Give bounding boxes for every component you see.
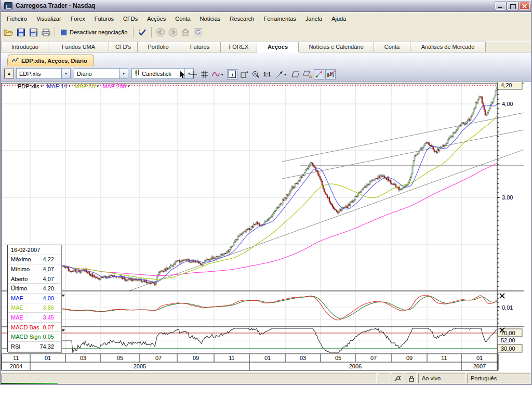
delete-all-tool-icon[interactable] [302, 69, 312, 79]
toolbar-separator [151, 27, 152, 37]
row-value: 4,22 [43, 256, 54, 262]
pointer-tool-icon[interactable] [177, 69, 187, 79]
toggle-series-tool-icon[interactable] [325, 69, 336, 79]
add-panel-tool-icon[interactable] [239, 69, 249, 79]
grid-tool-icon[interactable] [200, 69, 210, 79]
menu-item-notícias[interactable]: Notícias [195, 14, 225, 23]
one-to-one-tool[interactable]: 1:1 [261, 69, 273, 79]
main-tab-bar: IntroduçãoFundos UMACFD'sPortfolioFuturo… [0, 42, 532, 52]
validate-icon[interactable] [136, 26, 149, 38]
menu-item-visualizar[interactable]: Visualizar [32, 14, 66, 23]
language-indicator[interactable]: Português [467, 374, 530, 383]
chevron-down-icon[interactable]: ▼ [283, 73, 288, 76]
menu-item-ficheiro[interactable]: Ficheiro [2, 14, 32, 23]
data-window-row: RSI74,32 [8, 342, 61, 352]
chart-wave-icon [12, 58, 19, 64]
legend-item[interactable]: MAE 50 [75, 83, 95, 89]
close-button[interactable] [519, 2, 530, 10]
period-select-value: Diário [77, 71, 92, 77]
svg-text:2004: 2004 [10, 363, 22, 369]
minimize-button[interactable] [495, 2, 506, 10]
row-value: 74,32 [39, 343, 54, 350]
save-icon[interactable] [15, 26, 27, 38]
window-title: Carregosa Trader - Nasdaq [16, 2, 95, 9]
trading-status-icon [61, 30, 66, 35]
row-label: MAE [11, 304, 23, 311]
menu-item-acções[interactable]: Acções [142, 14, 170, 23]
svg-text:07: 07 [155, 355, 162, 361]
menu-bar: FicheiroVisualizarForexFuturosCFDsAcções… [0, 12, 532, 24]
chart-plot-area[interactable]: 1101030507091101030507091101200420052006… [0, 82, 532, 371]
row-label: Aberto [11, 276, 28, 282]
main-toolbar: ? Desactivar negociação [0, 24, 532, 41]
chart-legend: EDP:xlis▾MAE 14▾MAE 50▾MAE 200▾ [14, 83, 129, 89]
scale-tool-icon[interactable] [314, 69, 324, 79]
legend-item[interactable]: MAE 14 [47, 83, 67, 89]
tab-futuros[interactable]: Futuros [179, 42, 221, 52]
menu-item-forex[interactable]: Forex [66, 14, 90, 23]
status-bar: Ao vivo Português [0, 372, 532, 384]
trendline-tool-icon[interactable]: ▼ [274, 69, 289, 79]
tab-cfd-s[interactable]: CFD's [109, 42, 138, 52]
svg-text:05: 05 [335, 355, 341, 361]
menu-item-ajuda[interactable]: Ajuda [327, 14, 351, 23]
data-window-row: Máximo4,22 [8, 255, 61, 265]
crosshair-tool-icon[interactable] [188, 69, 198, 79]
save-as-icon[interactable]: ? [27, 26, 39, 38]
row-value: 4,07 [43, 266, 54, 272]
restore-button[interactable] [507, 2, 518, 10]
svg-text:4,00: 4,00 [502, 101, 513, 107]
indicators-tool-icon[interactable]: ▼ [211, 69, 225, 79]
tab-introdu-o[interactable]: Introdução [2, 42, 48, 52]
tab-ac-es[interactable]: Acções [257, 42, 299, 52]
data-window-row: MACD Bas0,07 [8, 323, 61, 332]
title-bar: Carregosa Trader - Nasdaq [0, 0, 532, 12]
print-icon[interactable] [39, 26, 52, 38]
collapse-toolbar-button[interactable]: ▲ [4, 69, 14, 78]
svg-text:2007: 2007 [473, 363, 486, 369]
symbol-select[interactable]: EDP:xlis ▼ [16, 68, 71, 79]
legend-item[interactable]: EDP:xlis [18, 83, 39, 89]
symbol-select-value: EDP:xlis [19, 71, 41, 77]
legend-dropdown-caret[interactable]: ▾ [69, 84, 71, 88]
data-window-date: 16-02-2007 [8, 245, 61, 255]
menu-item-ferramentas[interactable]: Ferramentas [259, 14, 300, 23]
tab-fundos-uma[interactable]: Fundos UMA [48, 42, 109, 52]
legend-dropdown-caret[interactable]: ▾ [41, 84, 43, 88]
menu-item-cfds[interactable]: CFDs [118, 14, 142, 23]
row-value: 4,20 [43, 285, 54, 291]
chevron-down-icon[interactable]: ▼ [119, 69, 128, 78]
data-window-tool-icon[interactable]: i [227, 69, 237, 79]
disable-trading-button[interactable]: Desactivar negociação [58, 28, 130, 36]
open-icon[interactable] [2, 26, 15, 38]
row-label: MAE [11, 295, 23, 301]
tab-an-lises-de-mercado[interactable]: Análises de Mercado [410, 42, 486, 52]
disable-trading-label: Desactivar negociação [70, 29, 127, 35]
menu-item-janela[interactable]: Janela [301, 14, 327, 23]
legend-dropdown-caret[interactable]: ▾ [97, 84, 99, 88]
row-label: Último [11, 285, 27, 291]
tab-not-cias-e-calend-rio[interactable]: Notícias e Calendário [299, 42, 374, 52]
menu-item-conta[interactable]: Conta [170, 14, 195, 23]
tab-forex[interactable]: FOREX [221, 42, 257, 52]
period-select[interactable]: Diário ▼ [74, 68, 128, 79]
tab-portfolio[interactable]: Portfolio [138, 42, 179, 52]
svg-text:01: 01 [264, 355, 271, 361]
eraser-tool-icon[interactable] [290, 69, 301, 79]
zoom-tool-icon[interactable] [250, 69, 261, 79]
menu-item-futuros[interactable]: Futuros [90, 14, 118, 23]
document-tab[interactable]: EDP:xlis, Acções, Diário [7, 55, 94, 66]
legend-dropdown-caret[interactable]: ▾ [128, 84, 130, 88]
row-value: 0,07 [43, 324, 54, 330]
lock-icon [406, 374, 417, 383]
row-value: 3,45 [43, 314, 54, 321]
connection-icon [392, 374, 404, 383]
row-label: MACD Bas [11, 324, 39, 330]
tab-conta[interactable]: Conta [374, 42, 410, 52]
legend-item[interactable]: MAE 200 [102, 83, 126, 89]
feed-status: Ao vivo [418, 374, 466, 383]
chevron-down-icon[interactable]: ▼ [61, 69, 70, 78]
row-label: MAE [11, 314, 23, 321]
chevron-down-icon[interactable]: ▼ [220, 73, 224, 76]
menu-item-research[interactable]: Research [225, 14, 259, 23]
